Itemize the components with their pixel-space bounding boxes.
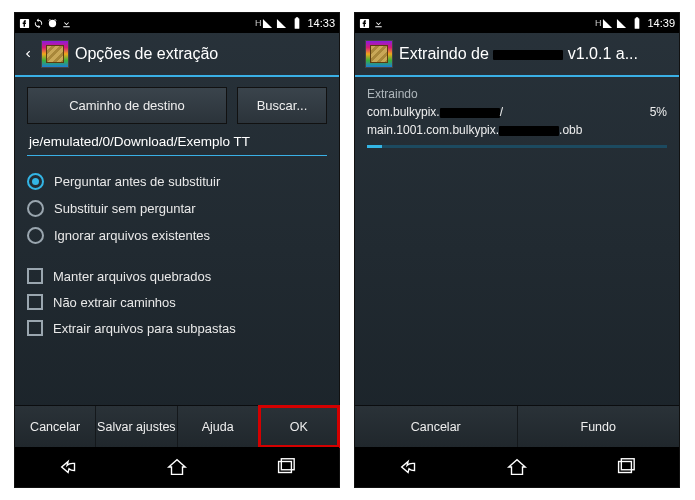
app-icon <box>365 40 393 68</box>
nav-bar <box>15 447 339 487</box>
bottom-bar: Cancelar Salvar ajustes Ajuda OK <box>15 405 339 447</box>
page-title: Opções de extração <box>75 45 333 63</box>
signal-icon <box>262 18 273 29</box>
clock: 14:39 <box>647 17 675 29</box>
battery-icon <box>630 16 644 30</box>
radio-icon <box>27 227 44 244</box>
network-type: H <box>595 18 602 28</box>
back-icon[interactable] <box>21 44 35 64</box>
checkbox-icon <box>27 320 43 336</box>
back-nav-icon[interactable] <box>58 456 80 478</box>
check-label: Extrair arquivos para subpastas <box>53 321 236 336</box>
back-nav-icon[interactable] <box>398 456 420 478</box>
browse-button[interactable]: Buscar... <box>237 87 327 124</box>
clock: 14:33 <box>307 17 335 29</box>
check-label: Manter arquivos quebrados <box>53 269 211 284</box>
app-icon <box>41 40 69 68</box>
home-nav-icon[interactable] <box>506 456 528 478</box>
bottom-bar: Cancelar Fundo <box>355 405 679 447</box>
content: Extraindo com.bulkypix./ main.1001.com.b… <box>355 77 679 405</box>
page-title: Extraindo de v1.0.1 a... <box>399 45 673 63</box>
redacted-text <box>499 126 559 136</box>
check-label: Não extrair caminhos <box>53 295 176 310</box>
app-bar: Opções de extração <box>15 33 339 77</box>
facebook-icon <box>359 18 370 29</box>
radio-skip-existing[interactable]: Ignorar arquivos existentes <box>27 222 327 249</box>
signal-icon <box>276 18 287 29</box>
signal-icon <box>616 18 627 29</box>
title-prefix: Extraindo de <box>399 45 493 62</box>
cancel-button[interactable]: Cancelar <box>15 406 96 447</box>
destination-path-button[interactable]: Caminho de destino <box>27 87 227 124</box>
radio-overwrite-without-asking[interactable]: Substituir sem perguntar <box>27 195 327 222</box>
phone-left: H 14:33 Opções de extração Caminho de de… <box>14 12 340 488</box>
status-bar: H 14:39 <box>355 13 679 33</box>
cancel-button[interactable]: Cancelar <box>355 406 518 447</box>
destination-path-input[interactable]: je/emulated/0/Download/Exemplo TT <box>27 130 327 156</box>
recent-nav-icon[interactable] <box>274 456 296 478</box>
svg-rect-1 <box>279 462 292 473</box>
radio-label: Perguntar antes de substituir <box>54 174 220 189</box>
radio-icon <box>27 200 44 217</box>
battery-icon <box>290 16 304 30</box>
extract-line-2: main.1001.com.bulkypix..obb <box>367 121 631 139</box>
extract-line-1: com.bulkypix./ <box>367 103 631 121</box>
redacted-text <box>493 50 563 60</box>
check-keep-broken[interactable]: Manter arquivos quebrados <box>27 263 327 289</box>
alarm-icon <box>47 18 58 29</box>
check-extract-subfolders[interactable]: Extrair arquivos para subpastas <box>27 315 327 341</box>
help-button[interactable]: Ajuda <box>178 406 259 447</box>
redacted-text <box>440 108 500 118</box>
radio-label: Substituir sem perguntar <box>54 201 196 216</box>
signal-icon <box>602 18 613 29</box>
checkbox-icon <box>27 294 43 310</box>
svg-rect-2 <box>281 459 294 470</box>
save-settings-button[interactable]: Salvar ajustes <box>96 406 177 447</box>
radio-ask-before-overwrite[interactable]: Perguntar antes de substituir <box>27 168 327 195</box>
download-icon <box>61 18 72 29</box>
content: Caminho de destino Buscar... je/emulated… <box>15 77 339 405</box>
sync-icon <box>33 18 44 29</box>
status-bar: H 14:33 <box>15 13 339 33</box>
ok-button[interactable]: OK <box>259 406 339 447</box>
radio-icon <box>27 173 44 190</box>
background-button[interactable]: Fundo <box>518 406 680 447</box>
radio-label: Ignorar arquivos existentes <box>54 228 210 243</box>
facebook-icon <box>19 18 30 29</box>
recent-nav-icon[interactable] <box>614 456 636 478</box>
home-nav-icon[interactable] <box>166 456 188 478</box>
check-no-paths[interactable]: Não extrair caminhos <box>27 289 327 315</box>
app-bar: Extraindo de v1.0.1 a... <box>355 33 679 77</box>
network-type: H <box>255 18 262 28</box>
progress-bar <box>367 145 667 148</box>
phone-right: H 14:39 Extraindo de v1.0.1 a... Extrain… <box>354 12 680 488</box>
progress-percent: 5% <box>631 103 667 139</box>
title-suffix: v1.0.1 a... <box>563 45 638 62</box>
nav-bar <box>355 447 679 487</box>
checkbox-icon <box>27 268 43 284</box>
download-icon <box>373 18 384 29</box>
progress-fill <box>367 145 382 148</box>
svg-rect-4 <box>619 462 632 473</box>
extracting-heading: Extraindo <box>367 87 667 101</box>
svg-rect-5 <box>621 459 634 470</box>
